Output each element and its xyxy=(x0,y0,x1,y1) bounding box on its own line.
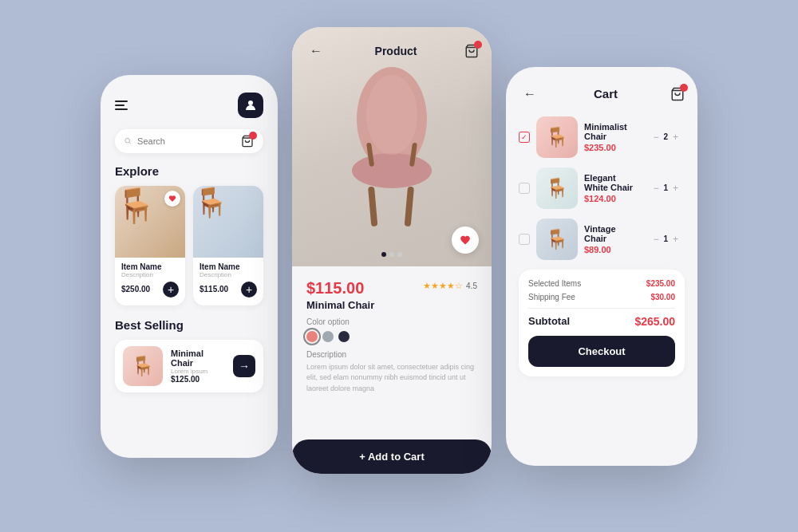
cart-item-3: 🪑 Vintage Chair $89.00 − 1 + xyxy=(519,219,685,260)
color-label: Color option xyxy=(306,317,477,326)
add-to-cart-label: + Add to Cart xyxy=(359,451,425,463)
subtotal-value: $265.00 xyxy=(634,315,675,328)
product-image-section: ← Product xyxy=(292,27,492,266)
search-input[interactable] xyxy=(137,136,235,146)
svg-rect-7 xyxy=(368,186,377,227)
explore-screen: Explore 🪑 Item Name Description xyxy=(101,75,278,458)
add-card-1-button[interactable]: + xyxy=(163,282,179,298)
menu-icon[interactable] xyxy=(115,100,128,110)
cart-item-info-3: Vintage Chair $89.00 xyxy=(584,224,640,254)
best-selling-name-1: Minimal Chair xyxy=(171,349,225,368)
cart-item-img-2: 🪑 xyxy=(536,167,578,209)
card-2-price-row: $115.00 + xyxy=(193,278,263,298)
cart-item-info-2: Elegant White Chair $124.00 xyxy=(584,173,640,203)
card-2-image: 🪑 xyxy=(193,186,263,258)
add-card-2-button[interactable]: + xyxy=(241,282,257,298)
summary-selected-row: Selected Items $235.00 xyxy=(528,279,675,288)
cart-item-2: 🪑 Elegant White Chair $124.00 − 1 + xyxy=(519,167,685,209)
cart-item-price-2: $124.00 xyxy=(584,194,640,203)
cart-item-price-3: $89.00 xyxy=(584,245,640,254)
add-to-cart-bar[interactable]: + Add to Cart xyxy=(292,439,492,474)
card-1-desc: Description xyxy=(121,271,179,278)
subtotal-row: Subtotal $265.00 xyxy=(528,308,675,328)
rating-num: 4.5 xyxy=(466,282,477,290)
card-1-info: Item Name Description xyxy=(115,258,185,278)
best-selling-item-1[interactable]: 🪑 Minimal Chair Lorem ipsum $125.00 → xyxy=(115,340,263,392)
checkout-button[interactable]: Checkout xyxy=(528,336,675,367)
cart-item-1: 🪑 Minimalist Chair $235.00 − 2 + xyxy=(519,116,685,158)
product-nav: ← Product xyxy=(292,40,492,62)
svg-line-2 xyxy=(129,142,131,144)
product-heart-button[interactable] xyxy=(452,227,479,254)
best-selling-info-1: Minimal Chair Lorem ipsum $125.00 xyxy=(171,349,225,384)
card-2-price: $115.00 xyxy=(200,285,228,294)
card-1-price: $250.00 xyxy=(121,285,150,294)
card-2-desc: Description xyxy=(200,271,257,278)
profile-button[interactable] xyxy=(238,93,263,118)
explore-card-1[interactable]: 🪑 Item Name Description $250.00 + xyxy=(115,186,185,305)
back-button[interactable]: ← xyxy=(305,40,327,62)
product-cart-button[interactable] xyxy=(464,44,479,58)
qty-control-1: − 2 + xyxy=(646,129,685,145)
cart-back-button[interactable]: ← xyxy=(519,83,541,105)
search-icon xyxy=(124,136,132,146)
explore-card-2[interactable]: 🪑 Item Name Description $115.00 + xyxy=(193,186,263,305)
qty-control-3: − 1 + xyxy=(646,231,685,247)
qty-minus-1[interactable]: − xyxy=(653,132,658,143)
shipping-label: Shipping Fee xyxy=(528,293,575,301)
cart-header-cart-button[interactable] xyxy=(670,87,685,101)
cart-screen: ← Cart 🪑 Minimalist Chair $235.00 − 2 xyxy=(506,67,697,466)
qty-minus-2[interactable]: − xyxy=(653,183,658,194)
svg-point-1 xyxy=(125,138,130,143)
product-detail: $115.00 Minimal Chair ★★★★☆ 4.5 Color op… xyxy=(292,266,492,408)
product-chair-svg xyxy=(328,63,456,231)
svg-point-6 xyxy=(352,153,432,188)
qty-num-1: 2 xyxy=(663,132,668,141)
cart-item-name-1: Minimalist Chair xyxy=(584,122,640,141)
color-options xyxy=(306,331,477,342)
cart-item-img-3: 🪑 xyxy=(536,219,578,260)
cart-checkbox-2[interactable] xyxy=(519,183,530,194)
best-selling-sub-1: Lorem ipsum xyxy=(171,368,225,375)
qty-plus-2[interactable]: + xyxy=(673,183,678,194)
best-selling-title: Best Selling xyxy=(115,318,263,332)
color-option-gray[interactable] xyxy=(322,331,334,342)
color-option-red[interactable] xyxy=(306,331,318,342)
card-1-image: 🪑 xyxy=(115,186,185,258)
cart-badge xyxy=(249,132,257,140)
svg-rect-8 xyxy=(405,186,414,227)
product-cart-badge xyxy=(474,41,482,49)
product-screen: ← Product xyxy=(292,27,492,474)
explore-header xyxy=(115,93,263,118)
cart-item-img-1: 🪑 xyxy=(536,116,578,158)
cart-item-name-3: Vintage Chair xyxy=(584,224,640,243)
best-selling-img-1: 🪑 xyxy=(123,346,163,386)
cart-item-name-2: Elegant White Chair xyxy=(584,173,640,192)
card-1-price-row: $250.00 + xyxy=(115,278,185,298)
best-selling-arrow-1[interactable]: → xyxy=(233,355,255,377)
qty-plus-3[interactable]: + xyxy=(673,234,678,245)
heart-icon xyxy=(168,195,176,203)
desc-text: Lorem ipsum dolor sit amet, consectetuer… xyxy=(306,362,477,395)
stars-row: ★★★★☆ 4.5 xyxy=(423,281,477,291)
explore-grid: 🪑 Item Name Description $250.00 + xyxy=(115,186,263,305)
cart-checkbox-3[interactable] xyxy=(519,234,530,245)
heart-badge-1[interactable] xyxy=(164,191,180,207)
cart-button[interactable] xyxy=(241,135,254,148)
selected-label: Selected Items xyxy=(528,279,581,288)
summary-shipping-row: Shipping Fee $30.00 xyxy=(528,293,675,301)
qty-minus-3[interactable]: − xyxy=(653,234,658,245)
desc-label: Description xyxy=(306,350,477,359)
product-heart-icon xyxy=(460,234,471,246)
card-1-name: Item Name xyxy=(121,262,179,271)
card-2-name: Item Name xyxy=(200,262,257,271)
color-option-dark[interactable] xyxy=(338,331,350,342)
cart-checkbox-1[interactable] xyxy=(519,132,530,143)
selected-value: $235.00 xyxy=(646,279,675,288)
search-bar[interactable] xyxy=(115,129,263,153)
card-2-info: Item Name Description xyxy=(193,258,263,278)
shipping-value: $30.00 xyxy=(650,293,675,301)
image-dots xyxy=(381,252,402,257)
qty-control-2: − 1 + xyxy=(646,180,685,196)
qty-plus-1[interactable]: + xyxy=(673,132,678,143)
